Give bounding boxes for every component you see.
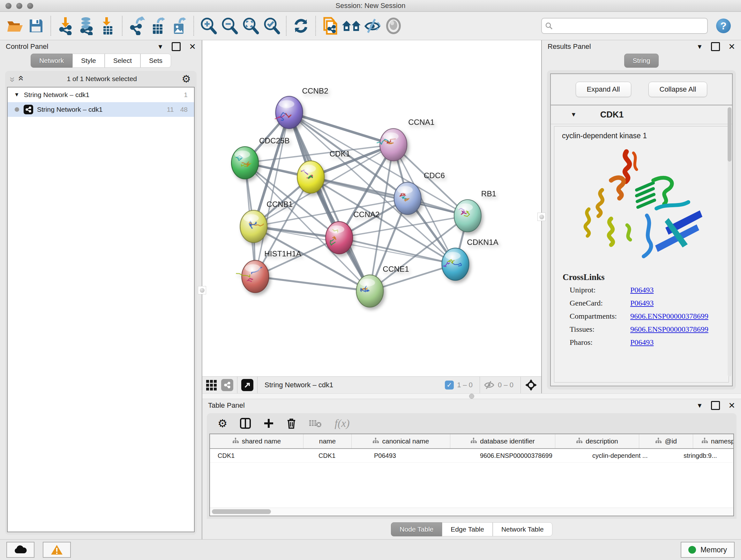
network-edge[interactable] (289, 112, 394, 145)
column-header-description[interactable]: description (555, 434, 639, 448)
crosslink-link[interactable]: P06493 (630, 338, 654, 347)
table-options-gear-icon[interactable]: ⚙ (218, 417, 227, 430)
collection-count: 1 (184, 91, 188, 99)
search-icon (545, 22, 553, 30)
function-builder-icon[interactable]: f(x) (334, 417, 349, 429)
main-area: Control Panel ▼ ✕ Network Style Select S… (0, 40, 741, 539)
network-node-ccna1[interactable]: CCNA1 (377, 118, 434, 161)
crosslink-link[interactable]: 9606.ENSP00000378699 (630, 312, 709, 320)
collection-expand-caret[interactable]: ▼ (14, 91, 19, 98)
table-horizontal-scrollbar[interactable] (210, 508, 733, 516)
search-box[interactable] (541, 18, 708, 34)
hide-eye-button[interactable] (362, 15, 383, 37)
delete-table-icon[interactable] (309, 419, 322, 428)
zoom-in-icon (199, 17, 217, 35)
houses-button[interactable] (341, 15, 362, 37)
tab-string-results[interactable]: String (624, 54, 659, 68)
results-panel-menu-caret[interactable]: ▼ (696, 43, 703, 51)
save-session-button[interactable] (25, 15, 47, 37)
tab-sets[interactable]: Sets (140, 54, 171, 68)
export-table-icon (150, 17, 166, 35)
show-columns-icon[interactable] (240, 418, 251, 429)
network-node-cdc25b[interactable]: CDC25B (231, 136, 290, 179)
close-window-button[interactable] (5, 3, 11, 9)
export-network-button[interactable] (126, 15, 147, 37)
results-scrollbar[interactable] (728, 107, 731, 376)
results-panel-close-button[interactable]: ✕ (728, 42, 735, 52)
cloud-status-button[interactable] (6, 542, 35, 558)
column-header-databaseidentifier[interactable]: database identifier (450, 434, 555, 448)
tab-select[interactable]: Select (105, 54, 140, 68)
column-header-sharedname[interactable]: shared name (210, 434, 304, 448)
table-panel-float-button[interactable] (711, 401, 720, 410)
tab-node-table[interactable]: Node Table (391, 522, 442, 537)
open-session-button[interactable] (4, 15, 25, 37)
import-network-file-button[interactable] (55, 15, 76, 37)
horizontal-splitter[interactable] (202, 393, 741, 399)
minimize-window-button[interactable] (16, 3, 22, 9)
string-view-badge-icon[interactable] (221, 379, 233, 391)
column-header-id[interactable]: @id (639, 434, 693, 448)
result-entry-header[interactable]: ▼ CDK1 (551, 105, 732, 124)
search-input[interactable] (555, 22, 704, 30)
right-splitter-handle[interactable] (537, 212, 546, 221)
share-document-button[interactable] (320, 15, 341, 37)
control-panel-float-button[interactable] (172, 42, 181, 51)
zoom-selected-button[interactable] (261, 15, 282, 37)
tab-network-table[interactable]: Network Table (493, 522, 552, 537)
network-node-ccne1[interactable]: CCNE1 (356, 265, 409, 307)
column-header-canonicalname[interactable]: canonical name (352, 434, 450, 448)
table-panel: Table Panel ▼ ✕ ⚙ (202, 399, 741, 539)
tab-network[interactable]: Network (30, 54, 72, 68)
control-panel-close-button[interactable]: ✕ (189, 42, 196, 52)
warnings-button[interactable] (43, 542, 71, 558)
table-panel-menu-caret[interactable]: ▼ (696, 402, 703, 409)
network-collection-row[interactable]: ▼ String Network – cdk1 1 (8, 87, 194, 102)
network-node-cdkn1a[interactable]: CDKN1A (442, 238, 498, 280)
crosslink-link[interactable]: 9606.ENSP00000378699 (630, 325, 709, 334)
table-row[interactable]: CDK1CDK1P064939606.ENSP00000378699cyclin… (210, 449, 733, 462)
memory-button[interactable]: Memory (681, 542, 735, 558)
crosslink-link[interactable]: P06493 (630, 299, 654, 307)
expand-all-networks-icon[interactable]: » (15, 77, 25, 81)
zoom-out-button[interactable] (219, 15, 240, 37)
floppy-disk-icon (28, 18, 44, 34)
zoom-fit-button[interactable] (240, 15, 261, 37)
export-image-button[interactable] (169, 15, 190, 37)
network-row[interactable]: String Network – cdk1 11 48 (8, 102, 194, 117)
import-table-button[interactable] (97, 15, 118, 37)
shared-column-icon (701, 437, 708, 445)
column-label: shared name (242, 437, 281, 445)
crosslink-link[interactable]: P06493 (630, 286, 654, 294)
refresh-button[interactable] (290, 15, 312, 37)
table-body: CDK1CDK1P064939606.ENSP00000378699cyclin… (210, 449, 733, 462)
selected-nodes-checkbox-icon[interactable]: ✓ (445, 381, 454, 389)
tab-edge-table[interactable]: Edge Table (442, 522, 493, 537)
network-edge[interactable] (289, 112, 370, 291)
column-header-namespace[interactable]: namespace (693, 434, 734, 448)
column-header-name[interactable]: name (304, 434, 352, 448)
help-button[interactable]: ? (716, 18, 731, 33)
maximize-window-button[interactable] (27, 3, 33, 9)
left-splitter-handle[interactable] (198, 286, 206, 294)
control-panel-menu-caret[interactable]: ▼ (157, 43, 163, 51)
birds-eye-view-icon[interactable] (206, 380, 217, 390)
results-panel-float-button[interactable] (711, 42, 720, 51)
network-canvas[interactable]: CCNB2CCNA1CDC25BCDK1CDC6RB1CCNB1CCNA2CDK… (202, 40, 541, 376)
network-node-rb1[interactable]: RB1 (454, 189, 496, 232)
delete-column-trash-icon[interactable] (286, 418, 296, 429)
tab-style[interactable]: Style (72, 54, 105, 68)
network-options-gear-icon[interactable]: ⚙ (182, 73, 191, 85)
zoom-in-button[interactable] (198, 15, 219, 37)
network-edge[interactable] (255, 276, 370, 291)
export-table-button[interactable] (147, 15, 169, 37)
pan-move-icon[interactable] (525, 379, 537, 391)
table-panel-close-button[interactable]: ✕ (728, 401, 735, 411)
import-network-database-button[interactable] (76, 15, 97, 37)
expand-all-button[interactable]: Expand All (576, 82, 631, 97)
collapse-all-button[interactable]: Collapse All (649, 82, 708, 97)
open-in-browser-icon[interactable] (241, 379, 253, 391)
sphere-eye-button[interactable] (383, 15, 404, 37)
entry-expand-caret[interactable]: ▼ (570, 111, 577, 118)
add-column-icon[interactable] (264, 418, 274, 428)
